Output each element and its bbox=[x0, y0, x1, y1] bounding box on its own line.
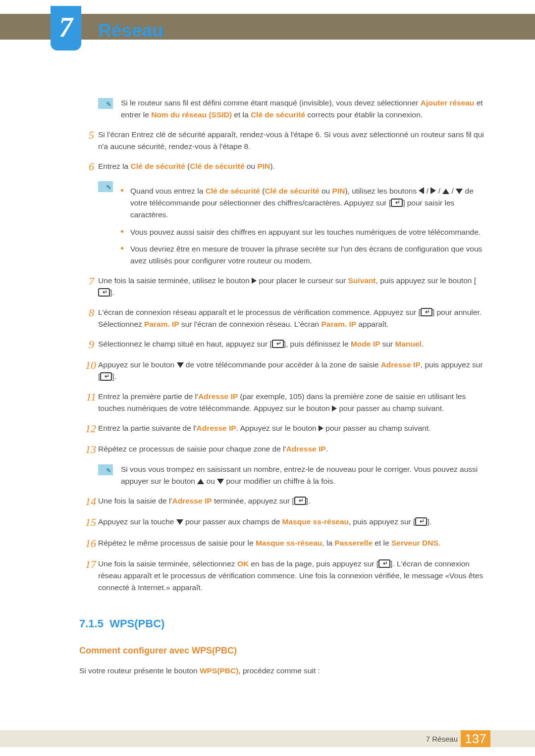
step-num: 14 bbox=[79, 495, 96, 508]
wps-intro: Si votre routeur présente le bouton WPS(… bbox=[79, 665, 485, 677]
enter-icon: ↵ bbox=[421, 308, 432, 316]
note-icon bbox=[98, 181, 113, 192]
step-num: 17 bbox=[79, 558, 96, 571]
kw: Passerelle bbox=[334, 539, 373, 547]
section-title: WPS(PBC) bbox=[109, 617, 164, 630]
t: , puis appuyez sur le bouton [ bbox=[376, 276, 477, 285]
t: ]. bbox=[306, 497, 311, 505]
note-step13: Si vous vous trompez en saisissant un no… bbox=[98, 463, 485, 487]
bullet-icon bbox=[121, 247, 123, 250]
step-10: 10 Appuyez sur le bouton de votre téléco… bbox=[79, 359, 485, 383]
t: pour passer au champ suivant. bbox=[323, 424, 430, 432]
step-num: 10 bbox=[79, 359, 96, 372]
kw: Clé de sécurité bbox=[190, 162, 244, 170]
step-14: 14 Une fois la saisie de l'Adresse IP te… bbox=[79, 495, 485, 508]
enter-icon: ↵ bbox=[391, 199, 403, 207]
t: . bbox=[422, 340, 424, 348]
t: de votre télécommande pour accéder à la … bbox=[184, 360, 381, 369]
t: ou bbox=[320, 187, 332, 195]
step-text: Sélectionnez le champ situé en haut, app… bbox=[98, 338, 485, 350]
step-text: Une fois la saisie terminée, utilisez le… bbox=[98, 275, 485, 299]
enter-icon: ↵ bbox=[272, 340, 284, 348]
t: Une fois la saisie terminée, utilisez le… bbox=[98, 276, 252, 285]
step-text: Appuyez sur le bouton de votre télécomma… bbox=[98, 359, 485, 383]
kw: Masque ss-réseau bbox=[282, 517, 349, 526]
kw: Adresse IP bbox=[172, 497, 212, 505]
bullet-1: Quand vous entrez la Clé de sécurité (Cl… bbox=[121, 185, 485, 221]
t: ]. bbox=[427, 517, 431, 526]
t: ]. bbox=[112, 372, 116, 381]
bullet-icon bbox=[121, 230, 123, 233]
step-text: Répétez ce processus de saisie pour chaq… bbox=[98, 443, 485, 455]
t: Appuyez sur la touche bbox=[98, 517, 176, 526]
step-5: 5 Si l'écran Entrez clé de sécurité appa… bbox=[79, 129, 485, 152]
t: , puis appuyez sur [ bbox=[349, 517, 415, 526]
step-num: 8 bbox=[79, 306, 94, 319]
step-12: 12 Entrez la partie suivante de l'Adress… bbox=[79, 422, 485, 435]
t: et la bbox=[232, 110, 251, 119]
kw: PIN bbox=[332, 187, 345, 195]
step-text: Une fois la saisie de l'Adresse IP termi… bbox=[98, 495, 485, 507]
t: Quand vous entrez la bbox=[130, 187, 206, 195]
kw: Clé de sécurité bbox=[265, 187, 319, 195]
t: Entrez la première partie de l' bbox=[98, 392, 198, 401]
kw: Mode IP bbox=[351, 340, 380, 348]
step-text: Une fois la saisie terminée, sélectionne… bbox=[98, 558, 485, 594]
page-number: 137 bbox=[461, 730, 490, 747]
step-17: 17 Une fois la saisie terminée, sélectio… bbox=[79, 558, 485, 594]
bullet-icon bbox=[121, 189, 123, 192]
t: . bbox=[326, 445, 328, 453]
step-num: 5 bbox=[79, 129, 94, 142]
chapter-number: 7 bbox=[51, 6, 81, 50]
step-text: Appuyez sur la touche pour passer aux ch… bbox=[98, 516, 485, 528]
arrow-right-icon bbox=[430, 187, 436, 194]
arrow-up-icon bbox=[442, 189, 449, 194]
step-9: 9 Sélectionnez le champ situé en haut, a… bbox=[79, 338, 485, 351]
arrow-down-icon bbox=[217, 479, 224, 484]
enter-icon: ↵ bbox=[378, 559, 390, 568]
kw: Param. IP bbox=[321, 320, 357, 328]
t: . Appuyez sur le bouton bbox=[236, 424, 319, 432]
kw: Param. IP bbox=[144, 320, 179, 328]
kw: Manuel bbox=[395, 340, 422, 348]
step-16: 16 Répétez le même processus de saisie p… bbox=[79, 537, 485, 550]
t: Appuyez sur le bouton bbox=[98, 360, 177, 369]
t: , procédez comme suit : bbox=[238, 666, 320, 675]
step-num: 13 bbox=[79, 443, 96, 456]
bullet-text: Quand vous entrez la Clé de sécurité (Cl… bbox=[130, 185, 485, 221]
t: pour placer le curseur sur bbox=[257, 276, 348, 285]
footer-label: 7 Réseau bbox=[426, 733, 458, 745]
kw: Adresse IP bbox=[286, 445, 326, 453]
kw: Suivant bbox=[348, 276, 376, 285]
step-num: 11 bbox=[79, 391, 96, 403]
t: sur l'écran de connexion réseau. L'écran bbox=[179, 320, 321, 328]
t: sur bbox=[380, 340, 395, 348]
kw: Adresse IP bbox=[381, 360, 421, 369]
step-6: 6 Entrez la Clé de sécurité (Clé de sécu… bbox=[79, 160, 485, 173]
kw: WPS(PBC) bbox=[200, 666, 238, 675]
kw-cle-securite: Clé de sécurité bbox=[251, 110, 305, 119]
step-num: 7 bbox=[79, 275, 94, 288]
t: apparaît. bbox=[356, 320, 389, 328]
arrow-right-icon bbox=[252, 278, 257, 284]
t: Entrez la partie suivante de l' bbox=[98, 424, 197, 432]
t: pour passer aux champs de bbox=[183, 517, 282, 526]
t: ( bbox=[260, 187, 265, 195]
step-text: Répétez le même processus de saisie pour… bbox=[98, 537, 485, 549]
subheading-wpspbc: Comment configurer avec WPS(PBC) bbox=[79, 644, 485, 658]
step-7: 7 Une fois la saisie terminée, utilisez … bbox=[79, 275, 485, 299]
enter-icon: ↵ bbox=[294, 497, 306, 505]
kw: Adresse IP bbox=[198, 392, 238, 401]
t: L'écran de connexion réseau apparaît et … bbox=[98, 308, 421, 316]
t: ( bbox=[185, 162, 190, 170]
t: corrects pour établir la connexion. bbox=[305, 110, 423, 119]
arrow-down-icon bbox=[176, 519, 183, 525]
step-text: Entrez la première partie de l'Adresse I… bbox=[98, 391, 485, 414]
step-8: 8 L'écran de connexion réseau apparaît e… bbox=[79, 306, 485, 330]
chapter-title: Réseau bbox=[98, 16, 163, 45]
kw-ajouter-reseau: Ajouter réseau bbox=[421, 99, 475, 107]
bullet-2: Vous pouvez aussi saisir des chiffres en… bbox=[121, 226, 485, 238]
kw: Clé de sécurité bbox=[206, 187, 260, 195]
step-text: L'écran de connexion réseau apparaît et … bbox=[98, 306, 485, 330]
step-11: 11 Entrez la première partie de l'Adress… bbox=[79, 391, 485, 414]
